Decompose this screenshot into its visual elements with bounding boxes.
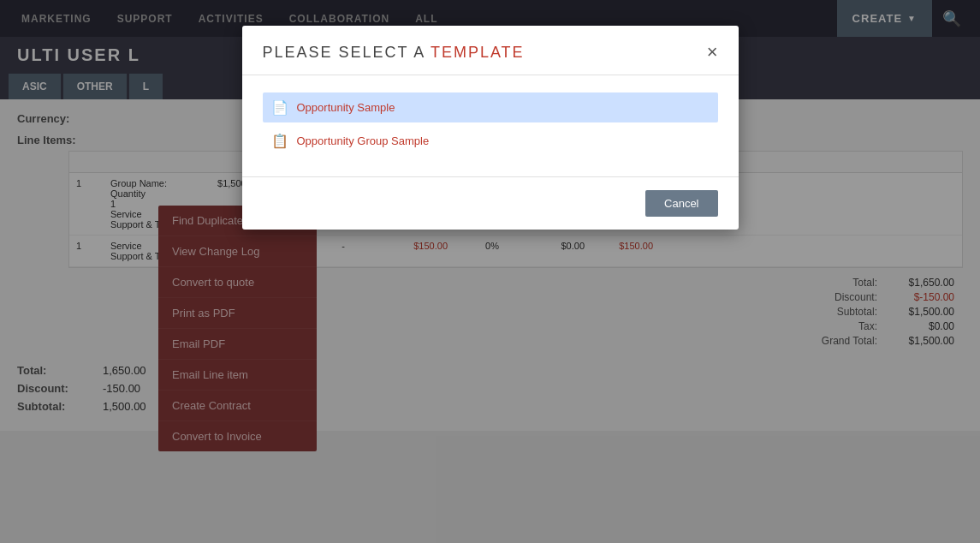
modal-footer: Cancel <box>242 176 739 230</box>
modal-header: PLEASE SELECT A TEMPLATE × <box>242 26 739 75</box>
modal: PLEASE SELECT A TEMPLATE × 📄 Opportunity… <box>242 26 739 230</box>
template-item-1[interactable]: 📄 Opportunity Sample <box>263 92 718 122</box>
template-icon-1: 📄 <box>271 99 288 116</box>
modal-title-part1: PLEASE SELECT A <box>263 44 431 61</box>
template-name-1: Opportunity Sample <box>297 101 395 114</box>
modal-title-part2: TEMPLATE <box>431 44 525 61</box>
modal-close-button[interactable]: × <box>707 43 718 62</box>
template-item-2[interactable]: 📋 Opportunity Group Sample <box>263 126 718 156</box>
template-name-2: Opportunity Group Sample <box>297 134 430 147</box>
template-icon-2: 📋 <box>271 133 288 149</box>
cancel-button[interactable]: Cancel <box>645 190 717 217</box>
modal-title: PLEASE SELECT A TEMPLATE <box>263 44 525 62</box>
modal-body: 📄 Opportunity Sample 📋 Opportunity Group… <box>242 75 739 176</box>
